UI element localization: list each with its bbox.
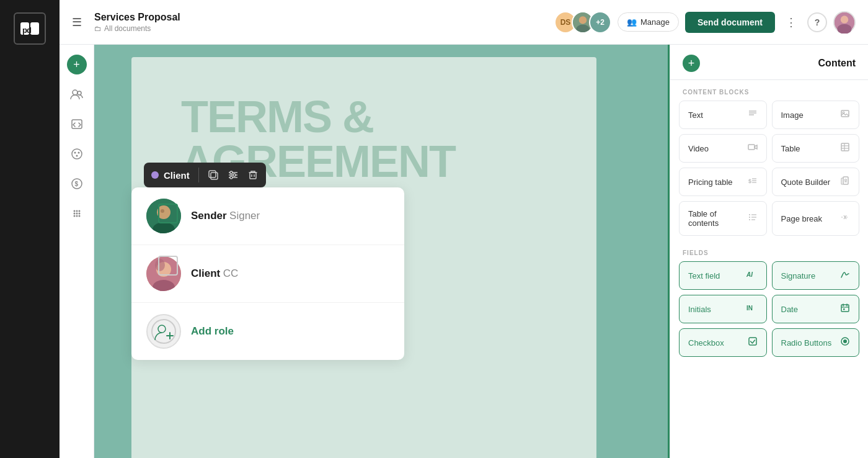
sidebar-icon-grid[interactable]	[64, 201, 89, 226]
svg-rect-35	[250, 173, 256, 179]
svg-point-5	[576, 24, 589, 33]
svg-point-26	[78, 215, 80, 217]
toolbar-divider	[198, 168, 199, 182]
toc-block-icon	[748, 212, 758, 225]
svg-rect-27	[211, 173, 218, 179]
breadcrumb[interactable]: 🗀 All documents	[94, 24, 544, 33]
svg-point-65	[845, 179, 847, 181]
delete-icon[interactable]	[247, 169, 259, 181]
svg-rect-55	[748, 145, 755, 150]
table-block-icon	[840, 142, 850, 155]
svg-point-9	[73, 90, 78, 95]
image-block-label: Image	[781, 110, 841, 120]
svg-rect-56	[841, 143, 849, 151]
svg-text:AI: AI	[746, 271, 753, 278]
sidebar-icon-palette[interactable]	[64, 141, 89, 166]
signer-checkbox-client[interactable]	[158, 256, 178, 276]
sender-info: Sender Signer	[191, 210, 260, 222]
add-role-avatar	[146, 314, 181, 349]
svg-point-25	[76, 215, 78, 217]
fields-grid: Text field AI Signature	[670, 261, 868, 362]
video-block-icon	[748, 142, 758, 155]
radio-buttons-field-item[interactable]: Radio Buttons	[772, 328, 860, 357]
svg-rect-28	[209, 171, 216, 177]
svg-point-84	[843, 339, 847, 343]
more-options-button[interactable]: ⋮	[781, 12, 801, 32]
svg-point-15	[76, 155, 78, 157]
sidebar-icon-embed[interactable]	[64, 112, 89, 137]
table-block-item[interactable]: Table	[772, 134, 860, 163]
svg-text:IN: IN	[746, 305, 753, 312]
svg-point-21	[73, 213, 75, 215]
text-field-item[interactable]: Text field AI	[679, 261, 767, 290]
add-block-button[interactable]: +	[683, 55, 700, 72]
user-avatar[interactable]	[833, 11, 856, 34]
text-block-label: Text	[688, 110, 748, 120]
svg-rect-53	[841, 110, 849, 117]
table-block-label: Table	[781, 144, 841, 153]
avatar-count: +2	[589, 11, 611, 34]
signer-checkbox-sender[interactable]	[158, 204, 178, 223]
quote-builder-block-icon	[840, 176, 850, 188]
image-block-item[interactable]: Image	[772, 101, 860, 129]
checkbox-field-icon	[748, 336, 758, 349]
toc-block-item[interactable]: Table of contents	[679, 201, 767, 236]
header: ☰ Services Proposal 🗀 All documents DS	[60, 0, 868, 45]
checkbox-field-item[interactable]: Checkbox	[679, 328, 767, 357]
sender-role: Signer	[229, 210, 260, 222]
send-document-button[interactable]: Send document	[685, 12, 775, 33]
initials-field-label: Initials	[688, 305, 746, 314]
video-block-label: Video	[688, 144, 748, 153]
main-container: ☰ Services Proposal 🗀 All documents DS	[60, 0, 868, 458]
menu-icon[interactable]: ☰	[72, 16, 82, 29]
page-break-block-item[interactable]: Page break	[772, 201, 860, 236]
add-role-label: Add role	[191, 325, 234, 337]
svg-point-23	[78, 213, 80, 215]
quote-builder-block-item[interactable]: Quote Builder	[772, 168, 860, 196]
content-area: +	[60, 45, 868, 458]
copy-icon[interactable]	[208, 169, 219, 181]
sidebar-icon-users[interactable]	[64, 82, 89, 107]
svg-point-10	[78, 91, 81, 95]
page-break-block-icon	[840, 212, 850, 225]
date-field-icon	[840, 303, 850, 315]
pandadoc-logo[interactable]: pd	[14, 12, 46, 45]
svg-point-8	[837, 24, 851, 33]
svg-text:pd: pd	[22, 25, 32, 35]
content-panel-title: Content	[818, 58, 856, 69]
text-block-icon	[748, 109, 758, 121]
toolbar-client-label: Client	[151, 170, 190, 181]
svg-point-4	[579, 16, 587, 24]
pricing-table-block-item[interactable]: Pricing table $	[679, 168, 767, 196]
svg-point-14	[78, 152, 79, 154]
svg-point-32	[230, 171, 232, 174]
radio-buttons-field-icon	[840, 336, 850, 349]
signature-field-item[interactable]: Signature	[772, 261, 860, 290]
svg-point-7	[841, 16, 848, 23]
date-field-item[interactable]: Date	[772, 295, 860, 323]
text-field-icon: AI	[746, 269, 758, 282]
help-button[interactable]: ?	[807, 12, 827, 32]
content-blocks-label: CONTENT BLOCKS	[670, 80, 868, 101]
toc-block-label: Table of contents	[688, 209, 748, 228]
sidebar-icon-dollar[interactable]: $	[64, 171, 89, 196]
video-block-item[interactable]: Video	[679, 134, 767, 163]
svg-point-24	[73, 215, 75, 217]
manage-button[interactable]: 👥 Manage	[618, 12, 679, 32]
svg-point-19	[76, 210, 78, 212]
manage-icon: 👥	[627, 17, 637, 27]
svg-point-22	[76, 213, 78, 215]
add-content-button[interactable]: +	[67, 55, 87, 74]
header-actions: DS +2 👥 Manage Send document ⋮ ?	[552, 11, 856, 34]
text-block-item[interactable]: Text	[679, 101, 767, 129]
svg-text:$: $	[748, 178, 751, 184]
settings-icon[interactable]	[228, 169, 239, 181]
header-title-area: Services Proposal 🗀 All documents	[94, 12, 544, 33]
signer-row-add[interactable]: Add role	[131, 303, 404, 360]
left-sidebar: +	[60, 45, 94, 458]
collaborators-avatars: DS +2	[554, 11, 611, 34]
initials-field-item[interactable]: Initials IN	[679, 295, 767, 323]
document-title: Services Proposal	[94, 12, 544, 23]
breadcrumb-label: All documents	[104, 24, 151, 33]
svg-text:$: $	[74, 181, 78, 187]
